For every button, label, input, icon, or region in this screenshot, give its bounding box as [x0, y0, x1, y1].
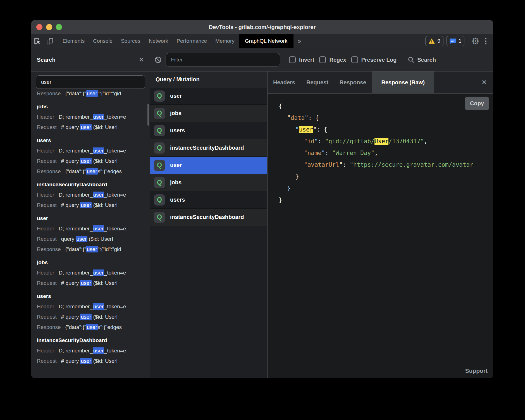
search-result-line[interactable]: Request# query user ($id: UserI — [31, 156, 150, 166]
checkbox-label-invert: Invert — [299, 57, 314, 63]
search-highlight: user — [93, 303, 104, 310]
support-link[interactable]: Support — [465, 367, 488, 374]
query-row-jobs-1[interactable]: Qjobs — [150, 105, 267, 122]
kebab-menu-icon[interactable] — [482, 38, 489, 44]
clear-icon[interactable] — [154, 56, 162, 63]
tab-sources[interactable]: Sources — [117, 34, 145, 48]
search-result-line[interactable]: HeaderD; remember_user_token=e — [31, 145, 150, 156]
json-token: /13704317" — [388, 138, 424, 145]
query-list: QuserQjobsQusersQinstanceSecurityDashboa… — [150, 87, 267, 226]
search-result-value: D; remember_user_token=e — [59, 269, 126, 276]
query-row-label: instanceSecurityDashboard — [170, 214, 244, 220]
inspect-element-icon[interactable] — [31, 34, 44, 48]
json-search-highlight: user — [299, 126, 313, 133]
search-result-label: Header — [37, 348, 54, 354]
json-token: } — [287, 185, 291, 192]
warnings-badge[interactable]: 9 — [425, 36, 443, 46]
search-result-line[interactable]: Response{"data":{"users":{"edges — [31, 322, 150, 332]
network-search-toggle[interactable]: Search — [408, 56, 436, 63]
query-row-jobs-5[interactable]: Qjobs — [150, 174, 267, 191]
more-tabs-icon[interactable]: » — [293, 34, 305, 48]
search-result-line[interactable]: Response{"data":{"user":{"id":"gid — [31, 89, 150, 99]
detail-tab-response[interactable]: Response — [334, 71, 372, 93]
checkbox-box-invert[interactable] — [289, 56, 296, 63]
checkbox-box-preserve-log[interactable] — [351, 56, 358, 63]
json-token: ": — [339, 161, 350, 168]
query-row-users-2[interactable]: Qusers — [150, 122, 267, 139]
devtools-window: DevTools - gitlab.com/-/graphql-explorer… — [31, 20, 493, 378]
search-result-value: {"data":{"users":{"edges — [65, 324, 122, 330]
query-row-users-6[interactable]: Qusers — [150, 191, 267, 209]
json-line: "name": "Warren Day", — [279, 147, 493, 159]
search-result-line[interactable]: HeaderD; remember_user_token=e — [31, 112, 150, 122]
search-result-line[interactable]: HeaderD; remember_user_token=e — [31, 268, 150, 278]
search-result-value: {"data":{"users":{"edges — [65, 168, 122, 175]
search-highlight: user — [86, 90, 98, 97]
query-type-badge: Q — [154, 125, 165, 136]
json-token: avatarUrl — [307, 161, 339, 168]
search-input[interactable] — [36, 75, 145, 89]
detail-close-icon[interactable]: ✕ — [475, 71, 493, 93]
detail-tab-response-raw[interactable]: Response (Raw) — [372, 71, 434, 93]
tab-graphql-network[interactable]: GraphQL Network — [239, 34, 293, 48]
json-token: data — [291, 114, 305, 121]
tab-performance[interactable]: Performance — [172, 34, 211, 48]
checkbox-regex[interactable]: Regex — [319, 56, 346, 63]
search-result-label: Request — [37, 280, 57, 286]
checkbox-preserve-log[interactable]: Preserve Log — [351, 56, 397, 63]
warning-icon — [428, 38, 435, 44]
filter-input[interactable] — [166, 53, 280, 66]
search-result-line[interactable]: HeaderD; remember_user_token=e — [31, 190, 150, 200]
query-row-label: instanceSecurityDashboard — [170, 145, 244, 151]
detail-tab-request[interactable]: Request — [301, 71, 334, 93]
device-toolbar-icon[interactable] — [44, 34, 56, 48]
tab-elements[interactable]: Elements — [58, 34, 89, 48]
search-result-line[interactable]: Request# query user ($id: UserI — [31, 356, 150, 366]
search-highlight: user — [93, 192, 104, 198]
devtools-toolbar: ElementsConsoleSourcesNetworkPerformance… — [31, 34, 493, 48]
checkbox-box-regex[interactable] — [319, 56, 326, 63]
search-result-label: Request — [37, 314, 57, 320]
json-token: { — [315, 114, 319, 121]
search-result-line[interactable]: Requestquery user ($id: UserI — [31, 234, 150, 244]
json-token: "https://secure.gravatar.com/avatar — [350, 161, 473, 168]
toolbar-divider — [468, 37, 468, 45]
settings-gear-icon[interactable]: ⚙ — [471, 37, 479, 46]
search-result-line[interactable]: Request# query user ($id: UserI — [31, 200, 150, 210]
query-row-label: user — [170, 162, 182, 168]
copy-button[interactable]: Copy — [465, 97, 489, 110]
search-result-label: Header — [37, 270, 54, 276]
search-result-line[interactable]: Request# query user ($id: UserI — [31, 278, 150, 288]
json-search-highlight: User — [374, 138, 389, 145]
search-result-group: jobsHeaderD; remember_user_token=eReques… — [31, 257, 150, 288]
search-result-line[interactable]: Response{"data":{"users":{"edges — [31, 166, 150, 176]
search-result-line[interactable]: HeaderD; remember_user_token=e — [31, 301, 150, 312]
tab-memory[interactable]: Memory — [211, 34, 239, 48]
search-result-value: # query user ($id: UserI — [61, 124, 118, 130]
query-row-user-4[interactable]: Quser — [150, 157, 267, 174]
scrollbar-thumb[interactable] — [147, 104, 149, 126]
json-token: id — [307, 138, 314, 145]
json-token: } — [279, 197, 282, 203]
checkbox-invert[interactable]: Invert — [289, 56, 314, 63]
query-row-instancesecuritydashboard-7[interactable]: QinstanceSecurityDashboard — [150, 209, 267, 226]
query-row-user-0[interactable]: Quser — [150, 87, 267, 105]
search-highlight: user — [93, 347, 104, 354]
search-result-line[interactable]: HeaderD; remember_user_token=e — [31, 223, 150, 234]
issues-badge[interactable]: 1 — [446, 36, 465, 46]
detail-tab-headers[interactable]: Headers — [268, 71, 301, 93]
search-result-title: users — [31, 135, 150, 145]
search-result-line[interactable]: Response{"data":{"user":{"id":"gid — [31, 244, 150, 254]
search-close-icon[interactable]: ✕ — [139, 56, 144, 63]
search-result-line[interactable]: Request# query user ($id: UserI — [31, 122, 150, 132]
tab-console[interactable]: Console — [89, 34, 117, 48]
graphql-network-panel: InvertRegexPreserve Log Search Query / M… — [150, 48, 493, 378]
search-result-value: D; remember_user_token=e — [59, 147, 126, 154]
query-type-badge: Q — [154, 194, 165, 206]
search-result-label: Request — [37, 158, 57, 164]
search-result-line[interactable]: HeaderD; remember_user_token=e — [31, 345, 150, 356]
query-row-instancesecuritydashboard-3[interactable]: QinstanceSecurityDashboard — [150, 139, 267, 157]
tab-network[interactable]: Network — [145, 34, 173, 48]
search-result-line[interactable]: Request# query user ($id: UserI — [31, 312, 150, 322]
query-row-label: jobs — [170, 179, 182, 186]
